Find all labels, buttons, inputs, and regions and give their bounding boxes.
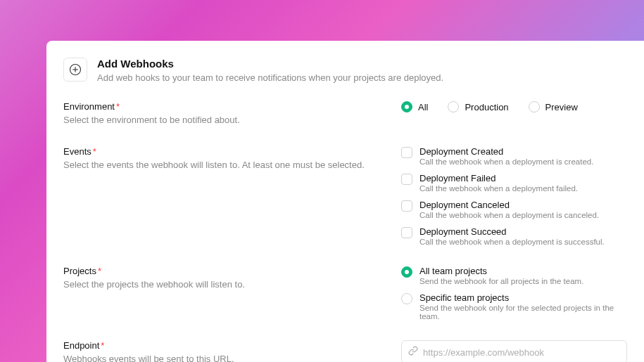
radio-icon	[401, 293, 412, 304]
environment-label: Environment*	[63, 101, 401, 112]
environment-help: Select the environment to be notified ab…	[63, 114, 401, 127]
link-icon	[408, 346, 418, 358]
events-label: Events*	[63, 146, 401, 157]
env-radio-all[interactable]: All	[401, 101, 428, 112]
environment-row: Environment* Select the environment to b…	[63, 101, 627, 127]
endpoint-help: Webhooks events will be sent to this URL…	[63, 353, 401, 362]
events-row: Events* Select the events the webhook wi…	[63, 146, 627, 246]
event-deployment-failed[interactable]: Deployment Failed Call the webhook when …	[401, 173, 627, 193]
event-deployment-created[interactable]: Deployment Created Call the webhook when…	[401, 146, 627, 166]
checkbox-icon	[401, 200, 412, 212]
radio-icon	[401, 101, 412, 112]
form-header: Add Webhooks Add web hooks to your team …	[63, 58, 627, 84]
page-title: Add Webhooks	[97, 58, 443, 70]
projects-radio-all[interactable]: All team projects Send the webhook for a…	[401, 266, 627, 285]
page-subtitle: Add web hooks to your team to receive no…	[97, 72, 443, 84]
env-radio-preview[interactable]: Preview	[529, 101, 578, 112]
checkbox-icon	[401, 227, 412, 238]
endpoint-input[interactable]	[401, 340, 627, 362]
projects-row: Projects* Select the projects the webhoo…	[63, 266, 627, 321]
projects-radio-specific[interactable]: Specific team projects Send the webhook …	[401, 292, 627, 321]
event-deployment-canceled[interactable]: Deployment Canceled Call the webhook whe…	[401, 200, 627, 219]
checkbox-icon	[401, 147, 412, 158]
plus-circle-icon	[63, 58, 87, 82]
webhook-form-card: Add Webhooks Add web hooks to your team …	[46, 41, 644, 362]
events-help: Select the events the webhook will liste…	[63, 159, 401, 172]
endpoint-label: Endpoint*	[63, 340, 401, 351]
radio-icon	[401, 266, 412, 278]
radio-icon	[529, 101, 540, 112]
projects-help: Select the projects the webhook will lis…	[63, 278, 401, 291]
event-deployment-succeed[interactable]: Deployment Succeed Call the webhook when…	[401, 226, 627, 246]
endpoint-row: Endpoint* Webhooks events will be sent t…	[63, 340, 627, 362]
env-radio-production[interactable]: Production	[448, 101, 508, 112]
checkbox-icon	[401, 174, 412, 185]
projects-label: Projects*	[63, 266, 401, 276]
radio-icon	[448, 101, 459, 112]
